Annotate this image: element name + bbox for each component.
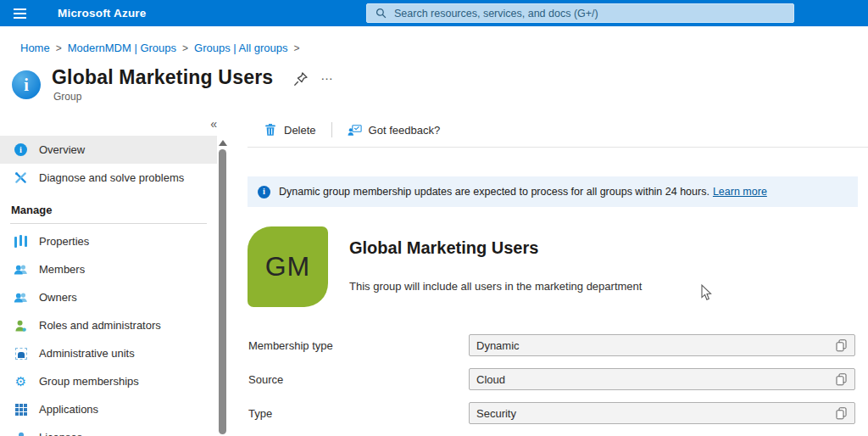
breadcrumb-separator: > xyxy=(293,42,299,54)
scrollbar-thumb[interactable] xyxy=(219,149,226,434)
sidebar-item-label: Properties xyxy=(39,235,89,248)
command-bar: Delete Got feedback? xyxy=(263,119,440,141)
sidebar-item-label: Licenses xyxy=(39,431,82,436)
scroll-up-icon[interactable] xyxy=(219,140,227,146)
sidebar-section-manage: Manage xyxy=(0,192,217,221)
learn-more-link[interactable]: Learn more xyxy=(713,186,767,198)
sidebar-item-diagnose[interactable]: Diagnose and solve problems xyxy=(0,164,217,192)
sidebar-item-group-memberships[interactable]: ⚙ Group memberships xyxy=(0,367,217,395)
field-label: Membership type xyxy=(248,339,469,352)
sidebar-item-overview[interactable]: Overview xyxy=(0,136,217,164)
page-title: Global Marketing Users xyxy=(52,66,273,89)
search-input[interactable] xyxy=(394,8,787,20)
sidebar-item-roles[interactable]: Roles and administrators xyxy=(0,311,217,339)
more-actions-icon[interactable]: … xyxy=(320,68,334,82)
sidebar-item-label: Members xyxy=(39,263,85,276)
sidebar-item-label: Applications xyxy=(39,403,98,416)
copy-icon[interactable] xyxy=(836,339,848,352)
group-info-icon xyxy=(12,70,41,99)
info-icon xyxy=(258,186,270,198)
sidebar-item-label: Diagnose and solve problems xyxy=(39,171,184,184)
delete-button[interactable]: Delete xyxy=(263,123,316,137)
copy-icon[interactable] xyxy=(836,407,848,420)
global-search[interactable] xyxy=(366,3,794,23)
collapse-sidebar-icon[interactable]: « xyxy=(210,117,217,131)
membership-type-row: Membership type Dynamic xyxy=(248,334,855,356)
trash-icon xyxy=(263,123,277,137)
banner-text: Dynamic group membership updates are exp… xyxy=(279,186,767,198)
group-avatar: GM xyxy=(248,226,328,307)
search-icon xyxy=(374,6,388,20)
breadcrumb: Home > ModernMDM | Groups > Groups | All… xyxy=(20,42,299,54)
license-person-icon xyxy=(14,430,28,436)
breadcrumb-modernmdm-groups[interactable]: ModernMDM | Groups xyxy=(68,42,176,54)
sidebar-item-label: Overview xyxy=(39,143,85,156)
sidebar-item-label: Administrative units xyxy=(39,347,135,360)
people-icon xyxy=(14,262,28,277)
sidebar-item-label: Owners xyxy=(39,291,77,304)
sidebar-item-admin-units[interactable]: Administrative units xyxy=(0,339,217,367)
source-value-box: Cloud xyxy=(469,368,855,390)
source-row: Source Cloud xyxy=(248,368,855,390)
info-circle-icon xyxy=(14,143,28,157)
field-value: Dynamic xyxy=(476,339,836,352)
type-row: Type Security xyxy=(248,402,855,424)
sidebar-item-label: Roles and administrators xyxy=(39,319,161,332)
copy-icon[interactable] xyxy=(836,373,848,386)
sidebar-item-owners[interactable]: Owners xyxy=(0,283,217,311)
brand-title: Microsoft Azure xyxy=(58,7,147,20)
feedback-button-label: Got feedback? xyxy=(369,124,441,137)
membership-type-value-box: Dynamic xyxy=(469,334,855,356)
sliders-icon xyxy=(14,234,28,249)
grid-icon xyxy=(14,402,28,416)
mouse-cursor xyxy=(700,284,712,305)
hamburger-menu-icon[interactable] xyxy=(0,0,39,26)
divider xyxy=(10,223,207,224)
azure-portal-window: Microsoft Azure Home > ModernMDM | Group… xyxy=(0,0,868,436)
pin-icon[interactable] xyxy=(293,71,310,88)
sidebar-item-licenses[interactable]: Licenses xyxy=(0,423,217,436)
breadcrumb-home[interactable]: Home xyxy=(20,42,50,54)
tools-icon xyxy=(14,170,28,185)
info-banner: Dynamic group membership updates are exp… xyxy=(248,176,858,207)
sidebar-item-members[interactable]: Members xyxy=(0,255,217,283)
feedback-icon xyxy=(348,123,362,137)
group-name: Global Marketing Users xyxy=(349,238,538,258)
delete-button-label: Delete xyxy=(284,124,316,137)
person-role-icon xyxy=(14,318,28,333)
sidebar-scrollbar[interactable] xyxy=(218,138,227,436)
breadcrumb-separator: > xyxy=(182,42,188,54)
field-label: Type xyxy=(248,407,469,420)
divider xyxy=(331,122,332,137)
type-value-box: Security xyxy=(469,402,855,424)
sidebar-item-applications[interactable]: Applications xyxy=(0,395,217,423)
top-bar: Microsoft Azure xyxy=(0,0,868,26)
sidebar: « Overview Diagnose and solve problems M… xyxy=(0,112,229,436)
field-label: Source xyxy=(248,373,469,386)
field-value: Security xyxy=(476,407,836,420)
page-subtitle: Group xyxy=(53,91,81,103)
field-value: Cloud xyxy=(476,373,836,386)
got-feedback-button[interactable]: Got feedback? xyxy=(348,123,441,137)
sidebar-item-properties[interactable]: Properties xyxy=(0,227,217,255)
sidebar-item-label: Group memberships xyxy=(39,375,139,388)
gear-icon: ⚙ xyxy=(14,374,28,388)
group-description: This group will include all users in the… xyxy=(349,280,642,293)
breadcrumb-all-groups[interactable]: Groups | All groups xyxy=(194,42,287,54)
divider xyxy=(248,147,868,148)
admin-unit-icon xyxy=(14,346,28,361)
breadcrumb-separator: > xyxy=(56,42,62,54)
people-icon xyxy=(14,290,28,305)
